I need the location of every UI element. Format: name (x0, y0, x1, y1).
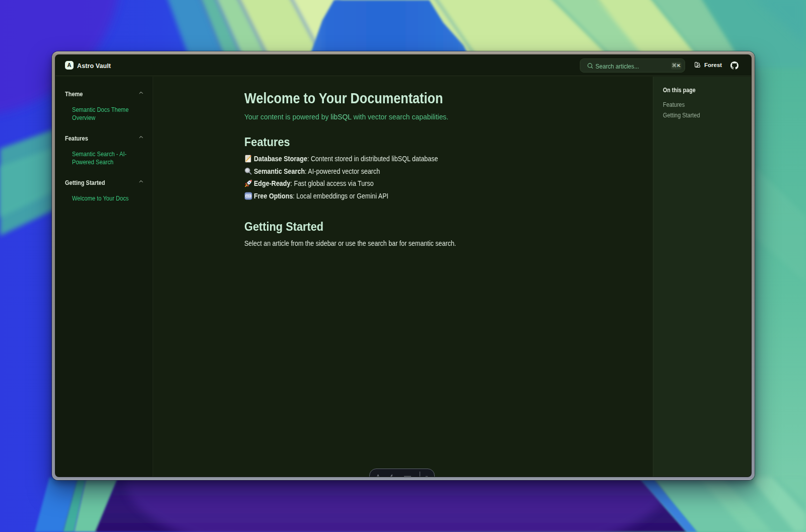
svg-text:FREE: FREE (245, 195, 251, 197)
